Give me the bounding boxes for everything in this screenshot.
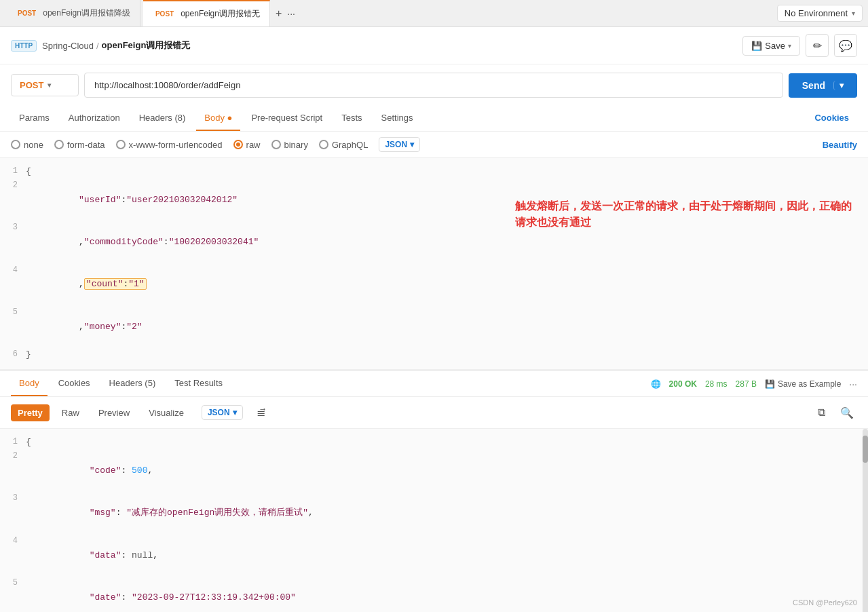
key-userId: "userId" [58, 195, 121, 205]
json-type-label: JSON [385, 140, 407, 149]
http-badge: HTTP [11, 40, 37, 52]
response-json-select[interactable]: JSON ▾ [202, 405, 243, 420]
tab-tests[interactable]: Tests [333, 106, 370, 131]
resp-val-code: 500 [132, 465, 147, 476]
radio-graphql[interactable]: GraphQL [319, 140, 368, 150]
url-bar: POST ▾ Send ▾ [11, 73, 857, 98]
method-select[interactable]: POST ▾ [11, 74, 79, 96]
nav-tabs: Params Authorization Headers (8) Body ● … [0, 106, 868, 132]
request-line-6: 6 } [0, 348, 868, 362]
count-highlight: "count":"1" [84, 278, 147, 290]
save-example-icon: 💾 [765, 379, 775, 389]
env-chevron-icon: ▾ [852, 9, 855, 17]
tab-body[interactable]: Body ● [196, 106, 240, 131]
resp-val-msg: "减库存的openFeign调用失效，请稍后重试" [126, 508, 308, 518]
radio-none[interactable]: none [11, 140, 43, 150]
add-tab-button[interactable]: + [276, 7, 282, 20]
save-example-button[interactable]: 💾 Save as Example [765, 379, 841, 389]
response-tab-testresults[interactable]: Test Results [166, 371, 231, 396]
resp-val-date: "2023-09-27T12:33:19.342+00:00" [132, 592, 296, 603]
json-type-chevron-icon: ▾ [410, 140, 414, 149]
response-scrollbar-thumb [863, 436, 868, 463]
radio-binary-label: binary [284, 140, 308, 150]
response-meta: 🌐 200 OK 28 ms 287 B 💾 Save as Example ·… [651, 379, 857, 389]
save-label: Save [765, 41, 785, 51]
radio-urlencoded-dot [116, 140, 126, 149]
method-chevron-icon: ▾ [48, 81, 51, 89]
format-tab-preview[interactable]: Preview [92, 404, 136, 421]
radio-raw[interactable]: raw [233, 140, 261, 150]
response-more-button[interactable]: ··· [849, 379, 857, 389]
key-count: "count" [86, 279, 124, 289]
request-body-editor[interactable]: 1 { 2 "userId":"user202103032042012" 3 ,… [0, 158, 868, 370]
method-label: POST [20, 80, 43, 90]
tab-params[interactable]: Params [11, 106, 58, 131]
response-tab-cookies[interactable]: Cookies [50, 371, 98, 396]
tab-settings[interactable]: Settings [373, 106, 421, 131]
tab-prerequest[interactable]: Pre-request Script [243, 106, 331, 131]
tab-authorization[interactable]: Authorization [60, 106, 128, 131]
tab-2[interactable]: POST openFeign调用报错无 [143, 0, 270, 26]
radio-formdata-dot [54, 140, 64, 149]
tab-headers[interactable]: Headers (8) [131, 106, 194, 131]
more-tabs-button[interactable]: ··· [287, 8, 295, 19]
save-example-label: Save as Example [778, 379, 841, 389]
radio-none-label: none [24, 140, 43, 150]
radio-formdata-label: form-data [67, 140, 105, 150]
request-header: HTTP Spring-Cloud / openFeign调用报错无 💾 Sav… [0, 27, 868, 64]
tab-1[interactable]: POST openFeign调用报错降级 [5, 0, 140, 26]
save-button[interactable]: 💾 Save ▾ [742, 36, 800, 56]
copy-button[interactable]: ⧉ [811, 402, 831, 423]
format-tab-visualize[interactable]: Visualize [142, 404, 191, 421]
tab-2-method: POST [153, 9, 176, 18]
send-chevron-icon[interactable]: ▾ [833, 81, 844, 90]
radio-binary-dot [271, 140, 281, 149]
url-input[interactable] [84, 73, 783, 98]
radio-binary[interactable]: binary [271, 140, 308, 150]
annotation-text: 触发熔断后，发送一次正常的请求，由于处于熔断期间，因此，正确的请求也没有通过 [515, 199, 854, 231]
breadcrumb-root[interactable]: Spring-Cloud [42, 41, 94, 51]
save-icon: 💾 [751, 41, 762, 51]
response-json-chevron-icon: ▾ [233, 408, 237, 417]
key-money: "money" [84, 322, 121, 332]
resp-val-data: null [132, 550, 153, 560]
beautify-button[interactable]: Beautify [823, 140, 857, 150]
tab-cookies[interactable]: Cookies [806, 106, 857, 131]
radio-urlencoded-label: x-www-form-urlencoded [129, 140, 223, 150]
search-button[interactable]: 🔍 [837, 402, 857, 423]
watermark: CSDN @Perley620 [793, 598, 857, 607]
format-tabs: Pretty Raw Preview Visualize JSON ▾ ≡⃗ ⧉… [0, 397, 868, 429]
format-tab-raw[interactable]: Raw [55, 404, 86, 421]
response-tab-headers[interactable]: Headers (5) [101, 371, 164, 396]
response-json-label: JSON [208, 408, 230, 417]
json-type-select[interactable]: JSON ▾ [379, 137, 420, 152]
response-scrollbar[interactable] [863, 429, 868, 612]
radio-formdata[interactable]: form-data [54, 140, 105, 150]
response-time: 28 ms [705, 379, 728, 389]
body-options: none form-data x-www-form-urlencoded raw… [0, 132, 868, 158]
environment-selector[interactable]: No Environment ▾ [777, 5, 863, 22]
response-section: Body Cookies Headers (5) Test Results 🌐 … [0, 370, 868, 612]
request-line-4: 4 ,"count":"1" [0, 264, 868, 306]
radio-urlencoded[interactable]: x-www-form-urlencoded [116, 140, 223, 150]
val-userId: "user202103032042012" [126, 195, 238, 205]
edit-icon: ✏ [813, 39, 822, 52]
radio-raw-label: raw [246, 140, 261, 150]
wrap-icon[interactable]: ≡⃗ [251, 402, 271, 423]
comment-button[interactable]: 💬 [834, 34, 857, 57]
request-line-5: 5 ,"money":"2" [0, 306, 868, 348]
resp-key-code: "code" [90, 465, 121, 476]
format-tab-pretty[interactable]: Pretty [11, 404, 50, 421]
copy-icon: ⧉ [818, 406, 825, 419]
send-button[interactable]: Send ▾ [789, 73, 857, 98]
edit-button[interactable]: ✏ [806, 34, 829, 57]
response-body: 1 { 2 "code": 500, 3 "msg": "减库存的openFei… [0, 429, 868, 612]
response-tab-body[interactable]: Body [11, 371, 48, 396]
response-line-5: 5 "date": "2023-09-27T12:33:19.342+00:00… [0, 577, 868, 612]
tab-bar: POST openFeign调用报错降级 POST openFeign调用报错无… [0, 0, 868, 27]
response-tabs: Body Cookies Headers (5) Test Results 🌐 … [0, 371, 868, 397]
send-label: Send [802, 80, 825, 91]
save-chevron-icon: ▾ [788, 42, 791, 50]
tab-2-title: openFeign调用报错无 [181, 8, 260, 20]
val-commodityCode: "100202003032041" [169, 237, 259, 247]
